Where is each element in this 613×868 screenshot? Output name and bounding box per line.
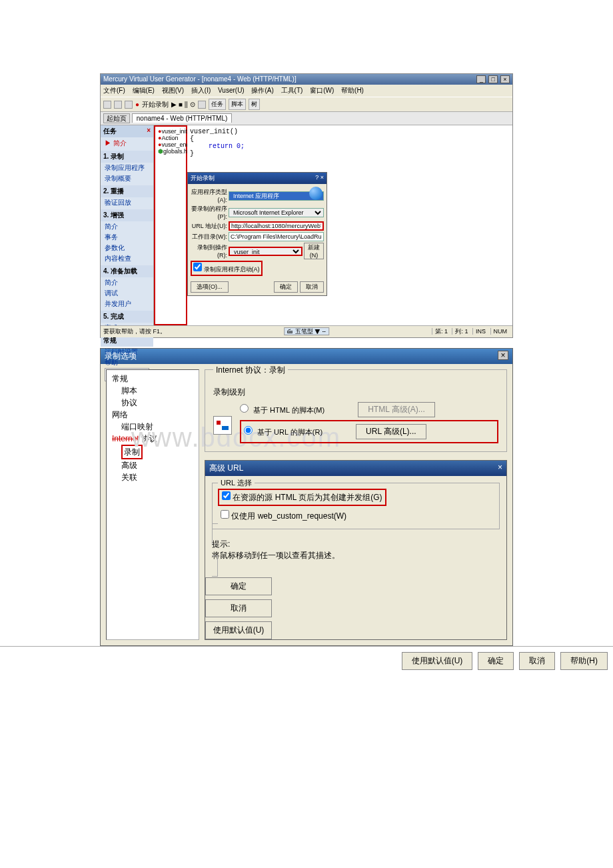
- tab-script[interactable]: noname4 - Web (HTTP/HTML): [132, 113, 233, 123]
- url-advanced-button[interactable]: URL 高级(L)...: [356, 424, 426, 439]
- minimize-icon[interactable]: _: [476, 75, 486, 83]
- advanced-url-dialog: 高级 URL × URL 选择 在资源的源 HTML 页后为其创建并发组(G) …: [205, 460, 507, 640]
- item-e3[interactable]: 参数化: [101, 243, 153, 253]
- menu-vuser[interactable]: Vuser(U): [218, 87, 245, 94]
- start-record-label[interactable]: 开始录制: [142, 100, 169, 109]
- inner-cancel-button[interactable]: 取消: [205, 599, 272, 617]
- tree-general[interactable]: 常规: [109, 373, 196, 385]
- item-record-summary[interactable]: 录制概要: [101, 173, 153, 184]
- tree-protocol[interactable]: 协议: [109, 397, 196, 409]
- tree-correlation[interactable]: 关联: [109, 471, 196, 483]
- footer-ok-button[interactable]: 确定: [478, 652, 514, 670]
- new-icon[interactable]: [103, 101, 111, 109]
- footer-help-button[interactable]: 帮助(H): [560, 652, 608, 670]
- sec-finish: 5. 完成: [101, 311, 153, 323]
- main-legend: Internet 协议：录制: [213, 365, 288, 376]
- lbl-url: URL 地址(U):: [191, 222, 227, 231]
- tree-record[interactable]: 录制: [121, 445, 143, 459]
- task-btn[interactable]: 任务: [209, 99, 226, 110]
- check-concurrent-group[interactable]: 在资源的源 HTML 页后为其创建并发组(G): [218, 489, 386, 506]
- tree-network[interactable]: 网络: [109, 409, 196, 421]
- task-close-icon[interactable]: ×: [147, 127, 151, 136]
- menu-view[interactable]: 视图(V): [162, 87, 184, 94]
- tree-vuser-end[interactable]: vuser_end: [161, 141, 189, 148]
- cancel-button[interactable]: 取消: [300, 281, 324, 293]
- code-brace-open: {: [190, 135, 510, 143]
- tree-advanced[interactable]: 高级: [109, 459, 196, 471]
- dialog-footer: 使用默认值(U) 确定 取消 帮助(H): [0, 646, 613, 675]
- code-brace-close: }: [190, 150, 510, 157]
- item-e2[interactable]: 事务: [101, 232, 153, 243]
- footer-cancel-button[interactable]: 取消: [519, 652, 555, 670]
- sec-enhance: 3. 增强: [101, 209, 153, 221]
- tabbar: 起始页 noname4 - Web (HTTP/HTML): [101, 112, 512, 125]
- window-controls: _ □ ×: [476, 75, 510, 83]
- main-area: 任务× ▶ 简介 1. 录制 录制应用程序 录制概要 2. 重播 验证回放 3.…: [101, 125, 512, 325]
- task-intro[interactable]: ▶ 简介: [101, 137, 153, 149]
- item-p2[interactable]: 调试: [101, 288, 153, 299]
- ok-button[interactable]: 确定: [274, 281, 298, 293]
- script-tree: ●vuser_init ●Action ●vuser_end ⬢globals.…: [154, 125, 187, 325]
- inner-title: 高级 URL: [209, 463, 243, 474]
- code-editor[interactable]: vuser_init() { return 0; } 开始录制? × 应用程序类…: [187, 125, 512, 325]
- vugen-window: Mercury Virtual User Generator - [noname…: [100, 73, 513, 338]
- tree-action[interactable]: Action: [161, 135, 178, 141]
- menu-help[interactable]: 帮助(H): [341, 87, 364, 94]
- tree-portmap[interactable]: 端口映射: [109, 421, 196, 433]
- check-record-startup[interactable]: 录制应用程序启动(A): [191, 261, 263, 276]
- level-icon: [213, 416, 232, 435]
- input-url[interactable]: [229, 221, 324, 231]
- inner-defaults-button[interactable]: 使用默认值(U): [205, 621, 272, 639]
- check-web-custom-request[interactable]: 仅使用 web_custom_request(W): [218, 509, 494, 523]
- select-action[interactable]: vuser_init: [229, 247, 303, 256]
- select-browser[interactable]: Microsoft Internet Explorer: [229, 208, 324, 217]
- tab-start[interactable]: 起始页: [103, 113, 130, 123]
- new-button[interactable]: 新建(N): [304, 243, 324, 259]
- dlg-help-close[interactable]: ? ×: [315, 174, 324, 183]
- options-tree[interactable]: 常规 脚本 协议 网络 端口映射 Internet 协议 录制 高级 关联: [106, 369, 199, 640]
- open-icon[interactable]: [114, 101, 122, 109]
- options-button[interactable]: 选项(O)...: [191, 281, 229, 293]
- inner-close-icon[interactable]: ×: [498, 463, 502, 474]
- menu-action[interactable]: 操作(A): [251, 87, 273, 94]
- tb-icon[interactable]: [198, 101, 206, 109]
- script-btn[interactable]: 脚本: [229, 99, 246, 110]
- menu-file[interactable]: 文件(F): [103, 87, 125, 94]
- item-verify[interactable]: 验证回放: [101, 197, 153, 208]
- menu-tools[interactable]: 工具(T): [281, 87, 303, 94]
- html-advanced-button: HTML 高级(A)...: [358, 402, 435, 417]
- input-dir[interactable]: [229, 232, 324, 241]
- dialog-close-icon[interactable]: ×: [498, 351, 508, 360]
- close-icon[interactable]: ×: [500, 75, 510, 83]
- task-header: 任务: [103, 127, 117, 136]
- tree-vuser-init[interactable]: vuser_init: [161, 128, 187, 135]
- menu-edit[interactable]: 编辑(E): [133, 87, 155, 94]
- globe-icon: [309, 187, 322, 200]
- tree-iprotocol[interactable]: Internet 协议: [112, 434, 157, 443]
- radio-url[interactable]: 基于 URL 的脚本(R): [244, 426, 322, 437]
- save-icon[interactable]: [125, 101, 133, 109]
- start-recording-dialog: 开始录制? × 应用程序类型(A):Internet 应用程序 要录制的程序(P…: [187, 172, 327, 296]
- item-p3[interactable]: 并发用户: [101, 299, 153, 309]
- item-record-app[interactable]: 录制应用程序: [101, 163, 153, 173]
- item-p1[interactable]: 简介: [101, 277, 153, 288]
- task-pane: 任务× ▶ 简介 1. 录制 录制应用程序 录制概要 2. 重播 验证回放 3.…: [101, 125, 154, 325]
- dialog-title: 录制选项: [105, 351, 137, 362]
- status-ins: INS: [472, 328, 488, 335]
- menu-insert[interactable]: 插入(I): [191, 87, 211, 94]
- radio-html[interactable]: 基于 HTML 的脚本(M): [240, 404, 324, 415]
- footer-defaults-button[interactable]: 使用默认值(U): [402, 652, 473, 670]
- item-e1[interactable]: 简介: [101, 221, 153, 232]
- item-e4[interactable]: 内容检查: [101, 253, 153, 264]
- maximize-icon[interactable]: □: [488, 75, 498, 83]
- menubar: 文件(F) 编辑(E) 视图(V) 插入(I) Vuser(U) 操作(A) 工…: [101, 85, 512, 97]
- ime-indicator[interactable]: 🖮 五笔型 ⯆ ⋯: [284, 327, 329, 335]
- tree-btn[interactable]: 树: [249, 99, 260, 110]
- statusbar: 要获取帮助，请按 F1。 🖮 五笔型 ⯆ ⋯ 第: 1 列: 1 INS NUM: [101, 325, 512, 337]
- lbl-apptype: 应用程序类型(A):: [191, 188, 227, 203]
- menu-window[interactable]: 窗口(W): [310, 87, 334, 94]
- level-legend: 录制级别: [213, 387, 498, 398]
- tree-globals[interactable]: globals.h: [163, 148, 187, 155]
- inner-ok-button[interactable]: 确定: [205, 577, 272, 595]
- tree-script[interactable]: 脚本: [109, 385, 196, 397]
